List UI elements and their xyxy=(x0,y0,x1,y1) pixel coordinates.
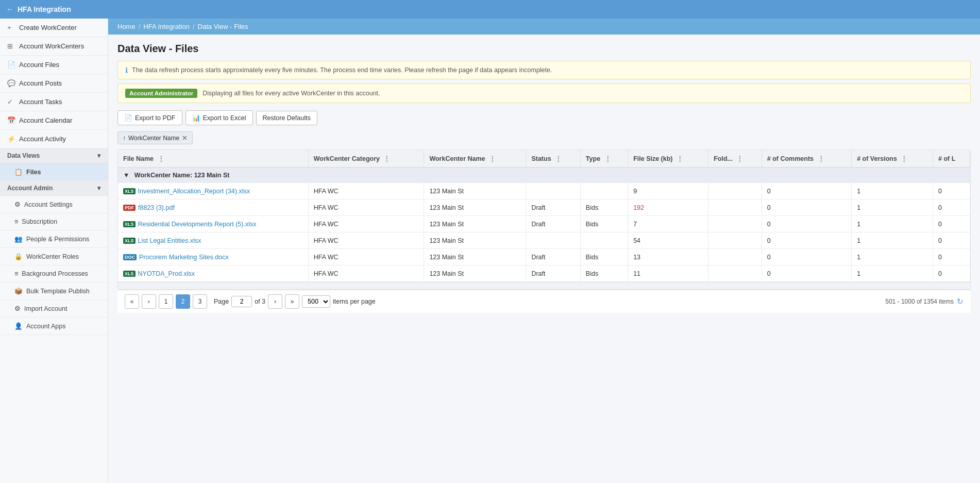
info-icon: ℹ xyxy=(125,66,128,74)
breadcrumb-home[interactable]: Home xyxy=(117,23,136,30)
top-bar-title: HFA Integration xyxy=(18,5,71,13)
col-filesize[interactable]: File Size (kb) ⋮ xyxy=(628,150,708,168)
cell-wc-category: HFA WC xyxy=(308,265,424,282)
filter-tag-wc-name[interactable]: ↑ WorkCenter Name ✕ xyxy=(117,131,193,144)
cell-wc-category: HFA WC xyxy=(308,232,424,249)
account-admin-section[interactable]: Account Admin ▾ xyxy=(0,181,108,196)
cell-links: 0 xyxy=(933,216,970,232)
cell-status: Draft xyxy=(526,265,580,282)
col-folder[interactable]: Fold... ⋮ xyxy=(708,150,762,168)
cell-filename[interactable]: XLS List Legal Entities.xlsx xyxy=(118,232,308,249)
people-icon: 👥 xyxy=(14,235,23,243)
col-menu-icon[interactable]: ⋮ xyxy=(677,155,683,162)
breadcrumb-hfa[interactable]: HFA Integration xyxy=(143,23,190,30)
sidebar-item-people-permissions[interactable]: 👥 People & Permissions xyxy=(0,230,108,248)
cell-type xyxy=(580,232,628,249)
file-icon: 📄 xyxy=(7,61,15,69)
cell-filename[interactable]: PDF f8823 (3).pdf xyxy=(118,199,308,216)
cell-links: 0 xyxy=(933,199,970,216)
col-menu-icon[interactable]: ⋮ xyxy=(901,155,907,162)
sidebar-item-account-files[interactable]: 📄 Account Files xyxy=(0,56,108,74)
data-views-section[interactable]: Data Views ▾ xyxy=(0,148,108,163)
cell-wc-name: 123 Main St xyxy=(424,216,526,232)
col-status[interactable]: Status ⋮ xyxy=(526,150,580,168)
cell-type: Bids xyxy=(580,249,628,265)
admin-badge: Account Administrator xyxy=(125,89,197,98)
cell-filename[interactable]: XLS NYOTDA_Prod.xlsx xyxy=(118,265,308,282)
cell-filesize: 9 xyxy=(628,183,708,199)
cell-status xyxy=(526,183,580,199)
col-menu-icon[interactable]: ⋮ xyxy=(489,155,496,162)
sidebar-item-account-settings[interactable]: ⚙ Account Settings xyxy=(0,196,108,213)
sidebar-item-subscription[interactable]: ≡ Subscription xyxy=(0,213,108,230)
cell-wc-name: 123 Main St xyxy=(424,265,526,282)
page-3-button[interactable]: 3 xyxy=(193,294,207,309)
export-excel-button[interactable]: 📊 Export to Excel xyxy=(185,110,253,125)
table-scroll[interactable]: File Name ⋮ WorkCenter Category ⋮ WorkCe… xyxy=(118,150,970,282)
group-header-row: ▼ WorkCenter Name: 123 Main St xyxy=(118,168,970,183)
export-pdf-button[interactable]: 📄 Export to PDF xyxy=(117,110,182,125)
sidebar-item-account-apps[interactable]: 👤 Account Apps xyxy=(0,318,108,335)
sidebar-item-import-account[interactable]: ⚙ Import Account xyxy=(0,300,108,318)
sidebar-item-account-tasks[interactable]: ✓ Account Tasks xyxy=(0,93,108,111)
page-input[interactable] xyxy=(231,296,252,307)
sidebar-item-account-workcenters[interactable]: ⊞ Account WorkCenters xyxy=(0,37,108,56)
col-menu-icon[interactable]: ⋮ xyxy=(736,155,743,162)
sidebar-item-bg-processes[interactable]: ≡ Background Processes xyxy=(0,265,108,282)
sidebar-item-files[interactable]: 📋 Files xyxy=(0,163,108,181)
col-versions[interactable]: # of Versions ⋮ xyxy=(852,150,933,168)
cell-wc-name: 123 Main St xyxy=(424,249,526,265)
col-type[interactable]: Type ⋮ xyxy=(580,150,628,168)
col-menu-icon[interactable]: ⋮ xyxy=(158,155,164,162)
filter-arrow-icon: ↑ xyxy=(123,135,126,142)
cell-versions: 1 xyxy=(852,199,933,216)
col-comments[interactable]: # of Comments ⋮ xyxy=(762,150,851,168)
col-wc-name[interactable]: WorkCenter Name ⋮ xyxy=(424,150,526,168)
cell-filename[interactable]: XLS Residential Developments Report (5).… xyxy=(118,216,308,232)
col-wc-category[interactable]: WorkCenter Category ⋮ xyxy=(308,150,424,168)
restore-defaults-button[interactable]: Restore Defaults xyxy=(256,111,317,125)
first-page-button[interactable]: « xyxy=(125,294,139,309)
activity-icon: ⚡ xyxy=(7,135,15,143)
main-content: Home / HFA Integration / Data View - Fil… xyxy=(108,19,980,483)
page-1-button[interactable]: 1 xyxy=(159,294,173,309)
filter-tag-close[interactable]: ✕ xyxy=(182,134,188,142)
sidebar-item-account-posts[interactable]: 💬 Account Posts xyxy=(0,74,108,93)
sidebar-item-account-activity[interactable]: ⚡ Account Activity xyxy=(0,130,108,148)
col-menu-icon[interactable]: ⋮ xyxy=(383,155,390,162)
col-menu-icon[interactable]: ⋮ xyxy=(604,155,611,162)
data-table: File Name ⋮ WorkCenter Category ⋮ WorkCe… xyxy=(118,150,970,282)
page-2-button[interactable]: 2 xyxy=(176,294,190,309)
table-row: XLS Investment_Allocation_Report (34).xl… xyxy=(118,183,970,199)
per-page-select[interactable]: 500 xyxy=(302,295,330,308)
prev-page-button[interactable]: ‹ xyxy=(142,294,156,309)
range-text: 501 - 1000 of 1354 items xyxy=(885,298,954,305)
create-workcenter-button[interactable]: + Create WorkCenter xyxy=(0,19,108,37)
cell-filename[interactable]: DOC Procorem Marketing Sites.docx xyxy=(118,249,308,265)
sidebar-item-account-calendar[interactable]: 📅 Account Calendar xyxy=(0,111,108,130)
col-menu-icon[interactable]: ⋮ xyxy=(555,155,562,162)
roles-icon: 🔒 xyxy=(14,253,23,260)
cell-type xyxy=(580,183,628,199)
page-title: Data View - Files xyxy=(117,43,971,55)
pagination-bar: « ‹ 1 2 3 Page of 3 › » 500 items per pa… xyxy=(117,290,971,313)
cell-filename[interactable]: XLS Investment_Allocation_Report (34).xl… xyxy=(118,183,308,199)
horizontal-scrollbar[interactable] xyxy=(118,282,970,289)
cell-versions: 1 xyxy=(852,216,933,232)
cell-folder xyxy=(708,199,762,216)
cell-status: Draft xyxy=(526,199,580,216)
next-page-button[interactable]: › xyxy=(268,294,282,309)
sidebar-item-bulk-template[interactable]: 📦 Bulk Template Publish xyxy=(0,282,108,300)
sidebar-item-wc-roles[interactable]: 🔒 WorkCenter Roles xyxy=(0,248,108,265)
cell-status: Draft xyxy=(526,249,580,265)
last-page-button[interactable]: » xyxy=(285,294,299,309)
col-menu-icon[interactable]: ⋮ xyxy=(818,155,824,162)
check-icon: ✓ xyxy=(7,98,15,106)
collapse-icon[interactable]: ▼ xyxy=(123,172,129,179)
breadcrumb-current: Data View - Files xyxy=(198,23,248,30)
refresh-icon[interactable]: ↻ xyxy=(957,297,964,306)
chevron-down-icon: ▾ xyxy=(97,152,100,159)
back-arrow-icon[interactable]: ← xyxy=(6,5,13,13)
col-file-name[interactable]: File Name ⋮ xyxy=(118,150,308,168)
col-links[interactable]: # of L xyxy=(933,150,970,168)
